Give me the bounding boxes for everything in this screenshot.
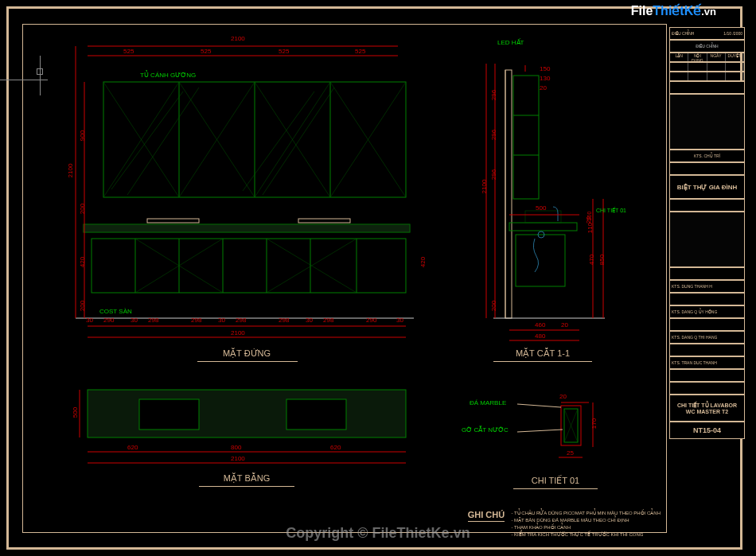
ul-det [513,488,598,489]
dim-130: 130 [540,75,550,82]
dim-800: 800 [231,444,241,451]
dim-200-v2: 200 [79,301,86,311]
dim-900-v: 900 [79,130,86,141]
dim-20b: 20 [561,321,568,329]
note-1: - TỦ CHẬU RỬA DÙNG PICOMAT PHỦ MIN MÀU T… [511,511,661,515]
copyright-overlay: Copyright © FileThietKe.vn [0,525,756,542]
dim-200-v: 200 [79,204,86,214]
plan-view [80,390,406,463]
d30b: 30 [131,317,138,324]
dim-bay-2: 525 [201,48,211,55]
dim-296c: 296 [490,169,497,180]
svg-line-15 [127,87,199,195]
d30e: 30 [396,317,403,324]
ul-plan [199,486,294,487]
tb-thumb-1 [669,94,745,150]
tb-scale: 1/10 /2000 [723,31,742,36]
svg-rect-46 [513,76,539,199]
tb-tk2: KTS. DANG Q ỦY HỒNG [669,305,745,318]
notes-title: GHI CHÚ [468,510,505,522]
label-led: LED HẤT [497,39,524,46]
dim-20: 20 [540,84,547,91]
tb-tk1: KTS. DUNG THANH H [669,280,745,293]
svg-rect-38 [88,390,406,437]
detail-view [517,402,593,457]
svg-rect-19 [84,224,410,232]
d30d: 30 [306,317,313,324]
svg-rect-22 [92,239,406,293]
svg-rect-39 [139,399,199,430]
dim-2100p: 2100 [231,455,245,462]
title-plan: MẶT BẰNG [203,473,290,484]
dim-bay-1: 525 [123,48,134,55]
tb-sheet-title: CHI TIẾT TỦ LAVABOR WC MASTER T2 [669,395,745,422]
dim-470: 470 [588,255,595,265]
svg-rect-51 [525,211,561,223]
tb-sheet-no: NT15-04 [669,422,745,439]
label-marble: ĐÁ MARBLE [470,399,506,406]
dim-d25: 25 [567,449,574,457]
dim-2100s: 2100 [481,180,488,194]
dim-110: 110 [586,223,594,233]
d298b: 298 [191,317,201,324]
tb-grid: LẦNNỘI DUNGNGÀYDUYỆT [669,52,745,62]
drawing-svg [0,0,756,556]
svg-line-16 [243,91,314,191]
dim-620a: 620 [127,444,138,451]
tb-tk4: KTS. TRAN DUC THANH [669,356,745,369]
svg-rect-21 [298,219,350,223]
title-block: ĐIỀU CHỈNH 1/10 /2000 ĐIỀU CHỈNH LẦNNỘI … [669,27,745,536]
label-drip: GỜ CẮT NƯỚC [462,426,509,434]
title-detail: CHI TIẾT 01 [516,476,595,486]
dim-620b: 620 [330,444,341,451]
elevation-view [76,46,414,337]
dim-150: 150 [540,65,550,72]
tb-project: BIỆT THỰ GIA ĐÌNH [669,175,745,199]
svg-rect-44 [505,70,512,318]
d290b: 290 [366,317,376,324]
dim-420-r: 420 [419,257,427,267]
tb-rev: ĐIỀU CHỈNH [672,31,694,36]
dim-bay-4: 525 [355,48,365,55]
dim-850: 850 [598,255,606,265]
dim-296b: 296 [490,130,497,140]
dim-296a: 296 [490,90,497,100]
svg-line-69 [517,404,561,407]
cad-canvas[interactable]: FileThiếtKế.vn [0,0,756,556]
title-section: MẶT CẮT 1-1 [495,348,590,359]
dim-2100b: 2100 [231,329,245,336]
title-elevation: MẶT ĐỨNG [199,348,294,359]
tb-ktl: KTS. CHỦ TRÌ [669,150,745,162]
svg-line-14 [111,91,183,189]
svg-rect-50 [509,223,577,231]
d30a: 30 [86,317,93,324]
label-floor: COST SÀN [99,308,132,315]
dim-bay-3: 525 [279,48,289,55]
dim-total-width: 2100 [231,35,245,42]
dim-200r: 200 [586,212,592,221]
dim-200s: 200 [490,301,497,311]
ul-sec [493,361,592,362]
dim-500w: 500 [536,204,546,212]
dim-500-plan: 500 [72,407,79,418]
dim-480: 480 [535,332,545,340]
dim-2100-v: 2100 [67,164,74,178]
tb-colhdr: ĐIỀU CHỈNH [669,40,745,52]
note-2: - MẶT BÀN DÙNG ĐÁ MARBLE MÀU THEO CHỈ ĐỊ… [511,518,629,523]
ul-elev [197,361,298,362]
dim-d20: 20 [559,393,567,400]
d298e: 298 [323,317,333,324]
label-mirror-cab: TỦ CÁNH GƯƠNG [140,72,196,79]
svg-line-70 [517,430,563,432]
svg-rect-40 [286,399,346,430]
dim-d170: 170 [590,418,598,429]
d298d: 298 [279,317,289,324]
d290a: 290 [103,317,114,324]
svg-line-17 [263,87,334,195]
svg-rect-20 [147,219,199,223]
section-view [486,64,605,340]
dim-460: 460 [535,321,545,329]
svg-rect-52 [516,235,565,286]
d30c: 30 [218,317,225,324]
tb-thumb-2 [669,212,745,267]
